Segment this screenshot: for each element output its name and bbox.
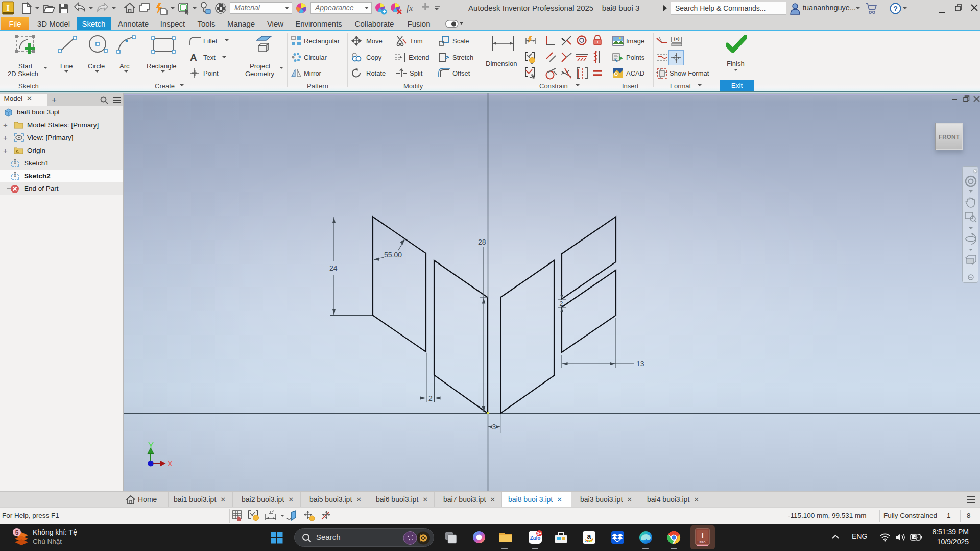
svg-text:PRO: PRO xyxy=(700,541,706,544)
svg-text:I: I xyxy=(701,531,704,540)
svg-text:fx: fx xyxy=(407,3,413,13)
svg-text:(x): (x) xyxy=(674,36,680,41)
svg-text:2: 2 xyxy=(560,300,563,307)
svg-text:2: 2 xyxy=(428,394,433,402)
svg-text:X: X xyxy=(168,460,173,468)
svg-text:a: a xyxy=(587,532,591,540)
svg-text:28: 28 xyxy=(478,238,486,246)
svg-text:5: 5 xyxy=(15,529,19,536)
svg-text:13: 13 xyxy=(636,360,644,368)
svg-text:3: 3 xyxy=(492,423,496,431)
svg-text:?: ? xyxy=(893,5,898,13)
svg-text:55.00: 55.00 xyxy=(384,251,402,259)
svg-text:I: I xyxy=(6,3,10,13)
svg-text:5+: 5+ xyxy=(537,531,542,536)
svg-text:24: 24 xyxy=(329,264,338,272)
